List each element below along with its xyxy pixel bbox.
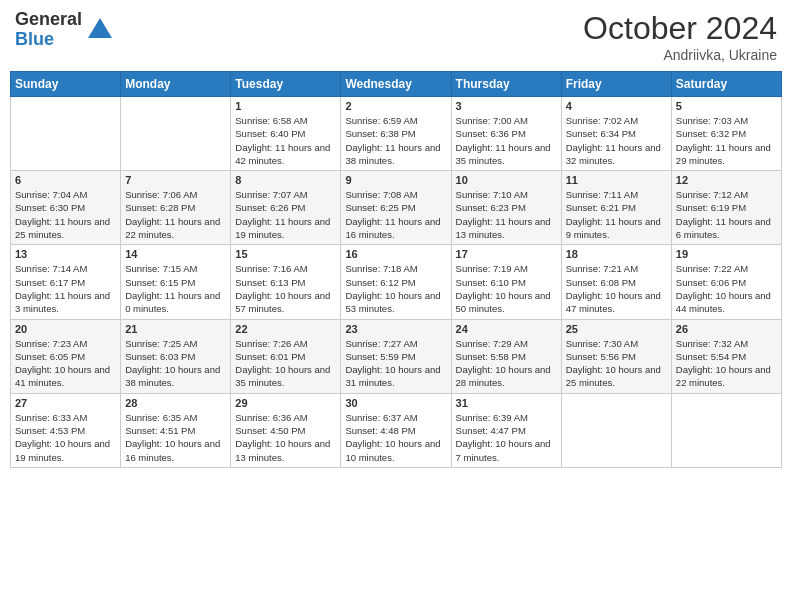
calendar-day-cell: 16Sunrise: 7:18 AM Sunset: 6:12 PM Dayli… — [341, 245, 451, 319]
day-info: Sunrise: 7:26 AM Sunset: 6:01 PM Dayligh… — [235, 337, 336, 390]
day-info: Sunrise: 7:22 AM Sunset: 6:06 PM Dayligh… — [676, 262, 777, 315]
day-number: 5 — [676, 100, 777, 112]
day-info: Sunrise: 7:11 AM Sunset: 6:21 PM Dayligh… — [566, 188, 667, 241]
day-info: Sunrise: 6:35 AM Sunset: 4:51 PM Dayligh… — [125, 411, 226, 464]
day-number: 26 — [676, 323, 777, 335]
day-number: 8 — [235, 174, 336, 186]
day-info: Sunrise: 6:33 AM Sunset: 4:53 PM Dayligh… — [15, 411, 116, 464]
weekday-header-thursday: Thursday — [451, 72, 561, 97]
day-number: 30 — [345, 397, 446, 409]
day-number: 11 — [566, 174, 667, 186]
day-number: 3 — [456, 100, 557, 112]
calendar-day-cell — [561, 393, 671, 467]
calendar-day-cell: 29Sunrise: 6:36 AM Sunset: 4:50 PM Dayli… — [231, 393, 341, 467]
weekday-header-wednesday: Wednesday — [341, 72, 451, 97]
calendar-day-cell: 31Sunrise: 6:39 AM Sunset: 4:47 PM Dayli… — [451, 393, 561, 467]
day-number: 25 — [566, 323, 667, 335]
calendar-day-cell: 1Sunrise: 6:58 AM Sunset: 6:40 PM Daylig… — [231, 97, 341, 171]
day-number: 19 — [676, 248, 777, 260]
calendar-day-cell: 2Sunrise: 6:59 AM Sunset: 6:38 PM Daylig… — [341, 97, 451, 171]
day-info: Sunrise: 7:08 AM Sunset: 6:25 PM Dayligh… — [345, 188, 446, 241]
calendar-week-5: 27Sunrise: 6:33 AM Sunset: 4:53 PM Dayli… — [11, 393, 782, 467]
calendar-day-cell: 9Sunrise: 7:08 AM Sunset: 6:25 PM Daylig… — [341, 171, 451, 245]
day-info: Sunrise: 7:02 AM Sunset: 6:34 PM Dayligh… — [566, 114, 667, 167]
day-number: 27 — [15, 397, 116, 409]
day-number: 16 — [345, 248, 446, 260]
day-number: 6 — [15, 174, 116, 186]
calendar-day-cell: 8Sunrise: 7:07 AM Sunset: 6:26 PM Daylig… — [231, 171, 341, 245]
logo: General Blue — [15, 10, 114, 50]
logo-general-text: General — [15, 10, 82, 30]
weekday-header-friday: Friday — [561, 72, 671, 97]
svg-marker-0 — [88, 18, 112, 38]
day-info: Sunrise: 7:15 AM Sunset: 6:15 PM Dayligh… — [125, 262, 226, 315]
day-info: Sunrise: 7:03 AM Sunset: 6:32 PM Dayligh… — [676, 114, 777, 167]
day-info: Sunrise: 6:58 AM Sunset: 6:40 PM Dayligh… — [235, 114, 336, 167]
location-subtitle: Andriivka, Ukraine — [583, 47, 777, 63]
calendar-day-cell: 27Sunrise: 6:33 AM Sunset: 4:53 PM Dayli… — [11, 393, 121, 467]
day-info: Sunrise: 7:07 AM Sunset: 6:26 PM Dayligh… — [235, 188, 336, 241]
day-info: Sunrise: 6:59 AM Sunset: 6:38 PM Dayligh… — [345, 114, 446, 167]
calendar-day-cell: 21Sunrise: 7:25 AM Sunset: 6:03 PM Dayli… — [121, 319, 231, 393]
calendar-day-cell: 14Sunrise: 7:15 AM Sunset: 6:15 PM Dayli… — [121, 245, 231, 319]
page-header: General Blue October 2024 Andriivka, Ukr… — [10, 10, 782, 63]
day-number: 22 — [235, 323, 336, 335]
calendar-day-cell: 7Sunrise: 7:06 AM Sunset: 6:28 PM Daylig… — [121, 171, 231, 245]
calendar-day-cell: 30Sunrise: 6:37 AM Sunset: 4:48 PM Dayli… — [341, 393, 451, 467]
day-number: 28 — [125, 397, 226, 409]
day-number: 10 — [456, 174, 557, 186]
day-number: 15 — [235, 248, 336, 260]
calendar-day-cell: 17Sunrise: 7:19 AM Sunset: 6:10 PM Dayli… — [451, 245, 561, 319]
weekday-header-saturday: Saturday — [671, 72, 781, 97]
day-number: 21 — [125, 323, 226, 335]
calendar-day-cell: 15Sunrise: 7:16 AM Sunset: 6:13 PM Dayli… — [231, 245, 341, 319]
calendar-day-cell: 19Sunrise: 7:22 AM Sunset: 6:06 PM Dayli… — [671, 245, 781, 319]
calendar-week-2: 6Sunrise: 7:04 AM Sunset: 6:30 PM Daylig… — [11, 171, 782, 245]
logo-icon — [86, 16, 114, 44]
day-number: 4 — [566, 100, 667, 112]
calendar-day-cell: 10Sunrise: 7:10 AM Sunset: 6:23 PM Dayli… — [451, 171, 561, 245]
day-info: Sunrise: 7:04 AM Sunset: 6:30 PM Dayligh… — [15, 188, 116, 241]
calendar-day-cell — [121, 97, 231, 171]
day-number: 20 — [15, 323, 116, 335]
calendar-day-cell — [671, 393, 781, 467]
calendar-day-cell: 4Sunrise: 7:02 AM Sunset: 6:34 PM Daylig… — [561, 97, 671, 171]
day-number: 23 — [345, 323, 446, 335]
calendar-day-cell: 18Sunrise: 7:21 AM Sunset: 6:08 PM Dayli… — [561, 245, 671, 319]
day-number: 18 — [566, 248, 667, 260]
weekday-header-monday: Monday — [121, 72, 231, 97]
day-info: Sunrise: 7:32 AM Sunset: 5:54 PM Dayligh… — [676, 337, 777, 390]
calendar-day-cell: 24Sunrise: 7:29 AM Sunset: 5:58 PM Dayli… — [451, 319, 561, 393]
day-info: Sunrise: 7:29 AM Sunset: 5:58 PM Dayligh… — [456, 337, 557, 390]
day-number: 29 — [235, 397, 336, 409]
day-number: 1 — [235, 100, 336, 112]
calendar-day-cell: 28Sunrise: 6:35 AM Sunset: 4:51 PM Dayli… — [121, 393, 231, 467]
day-number: 17 — [456, 248, 557, 260]
weekday-header-sunday: Sunday — [11, 72, 121, 97]
day-number: 7 — [125, 174, 226, 186]
day-number: 14 — [125, 248, 226, 260]
day-info: Sunrise: 6:36 AM Sunset: 4:50 PM Dayligh… — [235, 411, 336, 464]
day-number: 12 — [676, 174, 777, 186]
weekday-header-tuesday: Tuesday — [231, 72, 341, 97]
logo-blue-text: Blue — [15, 30, 82, 50]
day-info: Sunrise: 7:12 AM Sunset: 6:19 PM Dayligh… — [676, 188, 777, 241]
day-info: Sunrise: 7:30 AM Sunset: 5:56 PM Dayligh… — [566, 337, 667, 390]
day-info: Sunrise: 7:25 AM Sunset: 6:03 PM Dayligh… — [125, 337, 226, 390]
calendar-day-cell: 22Sunrise: 7:26 AM Sunset: 6:01 PM Dayli… — [231, 319, 341, 393]
day-info: Sunrise: 7:14 AM Sunset: 6:17 PM Dayligh… — [15, 262, 116, 315]
day-info: Sunrise: 7:27 AM Sunset: 5:59 PM Dayligh… — [345, 337, 446, 390]
calendar-week-1: 1Sunrise: 6:58 AM Sunset: 6:40 PM Daylig… — [11, 97, 782, 171]
calendar-day-cell: 6Sunrise: 7:04 AM Sunset: 6:30 PM Daylig… — [11, 171, 121, 245]
calendar-week-3: 13Sunrise: 7:14 AM Sunset: 6:17 PM Dayli… — [11, 245, 782, 319]
day-info: Sunrise: 7:06 AM Sunset: 6:28 PM Dayligh… — [125, 188, 226, 241]
day-info: Sunrise: 6:37 AM Sunset: 4:48 PM Dayligh… — [345, 411, 446, 464]
calendar-day-cell — [11, 97, 121, 171]
title-block: October 2024 Andriivka, Ukraine — [583, 10, 777, 63]
calendar-day-cell: 20Sunrise: 7:23 AM Sunset: 6:05 PM Dayli… — [11, 319, 121, 393]
day-info: Sunrise: 7:00 AM Sunset: 6:36 PM Dayligh… — [456, 114, 557, 167]
day-info: Sunrise: 6:39 AM Sunset: 4:47 PM Dayligh… — [456, 411, 557, 464]
day-number: 31 — [456, 397, 557, 409]
calendar-day-cell: 5Sunrise: 7:03 AM Sunset: 6:32 PM Daylig… — [671, 97, 781, 171]
day-number: 24 — [456, 323, 557, 335]
